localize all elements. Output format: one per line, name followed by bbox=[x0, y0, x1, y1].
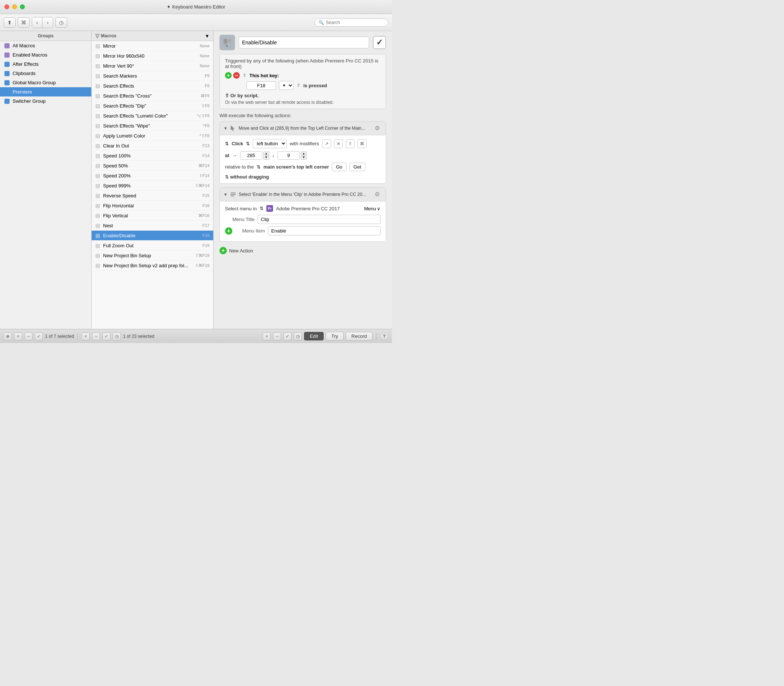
macro-item[interactable]: ▤Enable/DisableF18 bbox=[91, 230, 213, 241]
macro-item[interactable]: ▤Reverse SpeedF15 bbox=[91, 191, 213, 201]
macros-clock-button[interactable]: ◷ bbox=[113, 332, 121, 340]
y-stepper: ▲ ▼ bbox=[301, 152, 306, 160]
group-item-global-macro-group[interactable]: Global Macro Group bbox=[0, 78, 91, 87]
collapse-icon-2[interactable]: ▼ bbox=[223, 192, 228, 197]
macro-item[interactable]: ▤Mirror Vert 90°None bbox=[91, 61, 213, 71]
y-coord-input[interactable] bbox=[277, 151, 300, 160]
gear-icon-1[interactable]: ⚙ bbox=[375, 124, 382, 132]
group-item-clipboards[interactable]: Clipboards bbox=[0, 69, 91, 78]
macros-minus-button[interactable]: − bbox=[92, 332, 100, 340]
action-header-2: ▼ Select 'Enable' in the Menu 'Clip' in … bbox=[220, 188, 386, 201]
history-button[interactable]: ◷ bbox=[55, 17, 67, 28]
x-down-btn[interactable]: ▼ bbox=[263, 155, 269, 160]
search-input[interactable] bbox=[326, 20, 384, 25]
macro-item[interactable]: ▤New Project Bin Setup⇧⌘F19 bbox=[91, 251, 213, 261]
click-label: Click bbox=[231, 141, 243, 146]
y-up-btn[interactable]: ▲ bbox=[301, 152, 306, 155]
macro-icon: ▤ bbox=[95, 242, 100, 248]
collapse-icon-1[interactable]: ▼ bbox=[223, 126, 228, 131]
macro-item[interactable]: ▤Speed 999%⇧⌘F14 bbox=[91, 181, 213, 191]
detail-check-button[interactable]: ✓ bbox=[284, 332, 292, 340]
x-up-btn[interactable]: ▲ bbox=[263, 152, 269, 155]
group-item-all-macros[interactable]: All Macros bbox=[0, 41, 91, 50]
add-menu-item-button[interactable]: + bbox=[225, 227, 232, 235]
modifier-btn-4[interactable]: ⌘ bbox=[358, 139, 367, 148]
macro-item[interactable]: ▤Search MarkersF5 bbox=[91, 71, 213, 81]
macro-item[interactable]: ▤Search EffectsF6 bbox=[91, 81, 213, 91]
help-button[interactable]: ? bbox=[380, 332, 388, 340]
macro-item[interactable]: ▤NestF17 bbox=[91, 220, 213, 230]
go-button[interactable]: Go bbox=[332, 163, 346, 171]
macro-shortcut-label: None bbox=[200, 44, 209, 48]
macro-item[interactable]: ▤Clear In OutF13 bbox=[91, 141, 213, 151]
add-trigger-button[interactable]: + bbox=[225, 72, 231, 79]
group-item-enabled-macros[interactable]: Enabled Macros bbox=[0, 50, 91, 59]
macro-item[interactable]: ▤Full Zoom OutF19 bbox=[91, 241, 213, 251]
select-menu-row: Select menu in ⇅ Pr Adobe Premiere Pro C… bbox=[225, 205, 381, 212]
select-menu-label: Select menu in bbox=[225, 206, 257, 211]
groups-plus-button[interactable]: + bbox=[14, 332, 22, 340]
modifier-btn-1[interactable]: ↗ bbox=[322, 139, 331, 148]
macro-name-input[interactable] bbox=[239, 37, 369, 48]
cmd-button[interactable]: ⌘ bbox=[18, 17, 29, 28]
groups-add-button[interactable]: ⊕ bbox=[4, 332, 12, 340]
macros-plus-button[interactable]: + bbox=[81, 332, 90, 340]
cmd-icon: ⌘ bbox=[21, 20, 26, 26]
remove-trigger-button[interactable]: − bbox=[233, 72, 240, 79]
macro-item[interactable]: ▤Apply Lumetri Color^⇧F6 bbox=[91, 131, 213, 141]
macro-item[interactable]: ▤Mirror Hor 960x540None bbox=[91, 51, 213, 61]
macro-item[interactable]: ▤MirrorNone bbox=[91, 41, 213, 51]
detail-minus-button[interactable]: − bbox=[273, 332, 281, 340]
clock-icon-3: ◷ bbox=[296, 334, 300, 339]
menu-title-input[interactable] bbox=[258, 215, 381, 224]
record-button[interactable]: Record bbox=[346, 332, 372, 340]
macro-icon: ▤ bbox=[95, 173, 100, 178]
macro-shortcut-label: ⇧F6 bbox=[201, 103, 209, 108]
hotkey-dropdown[interactable]: ▾ bbox=[279, 81, 294, 90]
cursor-icon bbox=[222, 38, 232, 48]
menu-label: Menu bbox=[364, 206, 376, 211]
search-icon: 🔍 bbox=[318, 20, 324, 25]
new-action[interactable]: + New Action bbox=[220, 245, 386, 256]
close-button[interactable] bbox=[5, 5, 9, 9]
status-bar: ⊕ + − ✓ 1 of 7 selected + − ✓ ◷ 1 of 23 … bbox=[0, 329, 392, 343]
macro-item[interactable]: ▤Speed 50%⌘F14 bbox=[91, 161, 213, 171]
groups-check-button[interactable]: ✓ bbox=[35, 332, 43, 340]
group-item-premiere[interactable]: Premiere bbox=[0, 87, 91, 96]
groups-minus-button[interactable]: − bbox=[24, 332, 33, 340]
group-item-after-effects[interactable]: After Effects bbox=[0, 59, 91, 69]
back-button[interactable]: ‹ bbox=[32, 17, 42, 28]
detail-plus-button[interactable]: + bbox=[263, 332, 271, 340]
edit-button[interactable]: Edit bbox=[304, 332, 323, 340]
macro-item[interactable]: ▤Search Effects "Dip"⇧F6 bbox=[91, 101, 213, 111]
macro-item[interactable]: ▤Search Effects "Wipe"^F6 bbox=[91, 121, 213, 131]
menu-title-row: Menu Title bbox=[225, 215, 381, 224]
y-down-btn[interactable]: ▼ bbox=[301, 155, 306, 160]
minimize-button[interactable] bbox=[12, 5, 17, 9]
x-arrow: → bbox=[232, 153, 237, 158]
macros-check-button[interactable]: ✓ bbox=[102, 332, 111, 340]
maximize-button[interactable] bbox=[20, 5, 25, 9]
gear-icon-2[interactable]: ⚙ bbox=[375, 191, 382, 198]
menu-item-input[interactable] bbox=[268, 226, 381, 235]
share-button[interactable]: ⬆ bbox=[4, 17, 16, 28]
modifier-btn-3[interactable]: ⇧ bbox=[346, 139, 355, 148]
macro-item[interactable]: ▤Flip HorizontalF16 bbox=[91, 201, 213, 211]
macro-item[interactable]: ▤Flip Vertical⌘F16 bbox=[91, 211, 213, 220]
macro-item[interactable]: ▤New Project Bin Setup v2 add prep fol..… bbox=[91, 261, 213, 271]
button-select[interactable]: left button bbox=[253, 139, 287, 148]
group-item-switcher-group[interactable]: Switcher Group bbox=[0, 96, 91, 106]
enabled-checkbox[interactable]: ✓ bbox=[373, 36, 386, 49]
get-button[interactable]: Get bbox=[349, 163, 365, 171]
try-button[interactable]: Try bbox=[326, 332, 344, 340]
macro-item[interactable]: ▤Speed 200%⇧F14 bbox=[91, 171, 213, 181]
x-coord-input[interactable] bbox=[240, 151, 262, 160]
forward-button[interactable]: › bbox=[42, 17, 53, 28]
add-action-button[interactable]: + bbox=[220, 247, 227, 254]
group-color-icon bbox=[5, 52, 10, 58]
macro-item[interactable]: ▤Search Effects "Cross"⌘F6 bbox=[91, 91, 213, 101]
macro-item[interactable]: ▤Search Effects "Lumetri Color"⌥⇧F6 bbox=[91, 111, 213, 121]
macro-item[interactable]: ▤Speed 100%F14 bbox=[91, 151, 213, 161]
modifier-btn-2[interactable]: ✕ bbox=[334, 139, 343, 148]
detail-clock-button[interactable]: ◷ bbox=[294, 332, 302, 340]
